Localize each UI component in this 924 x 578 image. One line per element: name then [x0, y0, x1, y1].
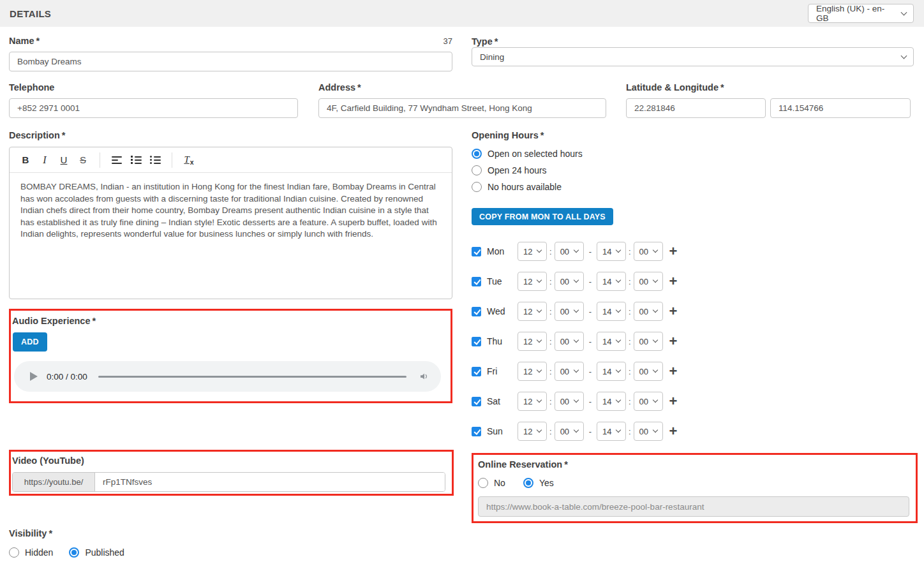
add-time-slot-icon[interactable]: +: [669, 333, 678, 350]
numbered-list-icon[interactable]: [128, 152, 144, 168]
add-time-slot-icon[interactable]: +: [669, 303, 678, 320]
copy-from-mon-button[interactable]: COPY FROM MON TO ALL DAYS: [472, 208, 613, 225]
radio-button[interactable]: [472, 182, 482, 192]
from-hour-select[interactable]: 12: [518, 242, 547, 261]
option-open-24-hours[interactable]: Open 24 hours: [472, 165, 914, 175]
to-minute-select[interactable]: 00: [634, 422, 663, 441]
to-minute-select[interactable]: 00: [634, 302, 663, 321]
required-marker: *: [720, 82, 724, 93]
add-time-slot-icon[interactable]: +: [669, 243, 678, 260]
from-hour-select[interactable]: 12: [518, 302, 547, 321]
chevron-down-icon: [537, 248, 542, 253]
to-minute-select[interactable]: 00: [634, 332, 663, 351]
audio-seek-bar[interactable]: [98, 376, 406, 378]
add-time-slot-icon[interactable]: +: [669, 393, 678, 410]
reservation-option-yes[interactable]: Yes: [523, 478, 554, 488]
to-minute-select[interactable]: 00: [634, 242, 663, 261]
play-icon[interactable]: [30, 372, 38, 381]
radio-button[interactable]: [9, 547, 19, 558]
from-minute-select[interactable]: 00: [555, 362, 584, 381]
chevron-down-icon: [573, 397, 578, 403]
visibility-option-published[interactable]: Published: [69, 547, 124, 558]
remove-format-icon[interactable]: Tx: [181, 152, 197, 168]
from-minute-select[interactable]: 00: [555, 392, 584, 411]
required-marker: *: [357, 82, 361, 93]
from-minute-select[interactable]: 00: [555, 302, 584, 321]
description-textarea[interactable]: BOMBAY DREAMS, Indian - an institution i…: [10, 173, 452, 249]
option-open-selected-hours[interactable]: Open on selected hours: [472, 149, 914, 159]
language-select[interactable]: English (UK) - en-GB: [808, 4, 914, 23]
chevron-down-icon: [616, 337, 621, 343]
chevron-down-icon: [537, 308, 542, 313]
day-label: Thu: [487, 336, 518, 346]
add-time-slot-icon[interactable]: +: [669, 423, 678, 440]
to-minute-select[interactable]: 00: [634, 392, 663, 411]
radio-label: Yes: [539, 478, 554, 488]
to-hour-select[interactable]: 14: [597, 242, 626, 261]
reservation-url-input[interactable]: https://www.book-a-table.com/breeze-pool…: [478, 496, 909, 517]
telephone-input[interactable]: [9, 98, 298, 118]
align-icon[interactable]: [108, 152, 125, 168]
underline-icon[interactable]: U: [56, 152, 72, 168]
to-minute-select[interactable]: 00: [634, 362, 663, 381]
chevron-down-icon: [616, 308, 621, 313]
from-minute-select[interactable]: 00: [555, 272, 584, 291]
strikethrough-icon[interactable]: S: [75, 152, 91, 168]
time-colon: :: [629, 427, 631, 436]
to-hour-select[interactable]: 14: [597, 272, 626, 291]
time-dash: -: [589, 337, 592, 346]
reservation-label: Online Reservation*: [478, 459, 568, 470]
visibility-label: Visibility*: [9, 528, 52, 538]
to-hour-select[interactable]: 14: [597, 422, 626, 441]
from-hour-select[interactable]: 12: [518, 362, 547, 381]
option-no-hours-available[interactable]: No hours available: [472, 182, 914, 192]
day-checkbox[interactable]: [472, 247, 481, 256]
to-hour-select[interactable]: 14: [597, 302, 626, 321]
chevron-down-icon: [616, 367, 621, 373]
video-id-input[interactable]: [95, 473, 445, 491]
add-time-slot-icon[interactable]: +: [669, 273, 678, 290]
from-hour-select[interactable]: 12: [518, 332, 547, 351]
radio-button[interactable]: [69, 547, 79, 558]
radio-button[interactable]: [478, 478, 488, 488]
to-hour-select[interactable]: 14: [597, 392, 626, 411]
from-hour-select[interactable]: 12: [518, 422, 547, 441]
address-input[interactable]: [318, 98, 606, 118]
radio-button[interactable]: [472, 149, 482, 159]
day-checkbox[interactable]: [472, 367, 481, 376]
radio-label: Published: [85, 547, 124, 558]
longitude-input[interactable]: [770, 98, 911, 118]
to-minute-select[interactable]: 00: [634, 272, 663, 291]
from-minute-select[interactable]: 00: [555, 242, 584, 261]
chevron-down-icon: [652, 367, 657, 373]
latitude-input[interactable]: [626, 98, 766, 118]
name-input[interactable]: [9, 52, 452, 71]
bold-icon[interactable]: B: [17, 152, 34, 168]
to-hour-select[interactable]: 14: [597, 362, 626, 381]
chevron-down-icon: [652, 397, 657, 403]
radio-button[interactable]: [472, 165, 482, 175]
volume-icon[interactable]: [419, 371, 430, 382]
reservation-option-no[interactable]: No: [478, 478, 505, 488]
day-checkbox[interactable]: [472, 397, 481, 406]
from-minute-select[interactable]: 00: [555, 422, 584, 441]
radio-button[interactable]: [523, 478, 533, 488]
chevron-down-icon: [573, 427, 578, 433]
day-checkbox[interactable]: [472, 277, 481, 286]
type-select[interactable]: Dining: [472, 47, 914, 66]
day-checkbox[interactable]: [472, 307, 481, 316]
visibility-option-hidden[interactable]: Hidden: [9, 547, 53, 558]
bulleted-list-icon[interactable]: [147, 152, 163, 168]
day-checkbox[interactable]: [472, 337, 481, 346]
from-hour-select[interactable]: 12: [518, 392, 547, 411]
from-minute-select[interactable]: 00: [555, 332, 584, 351]
day-checkbox[interactable]: [472, 427, 481, 436]
chevron-down-icon: [901, 52, 907, 59]
from-hour-select[interactable]: 12: [518, 272, 547, 291]
audio-add-button[interactable]: ADD: [13, 332, 47, 352]
day-label: Fri: [487, 366, 518, 376]
chevron-down-icon: [901, 9, 907, 15]
to-hour-select[interactable]: 14: [597, 332, 626, 351]
add-time-slot-icon[interactable]: +: [669, 363, 678, 380]
italic-icon[interactable]: I: [36, 152, 53, 168]
